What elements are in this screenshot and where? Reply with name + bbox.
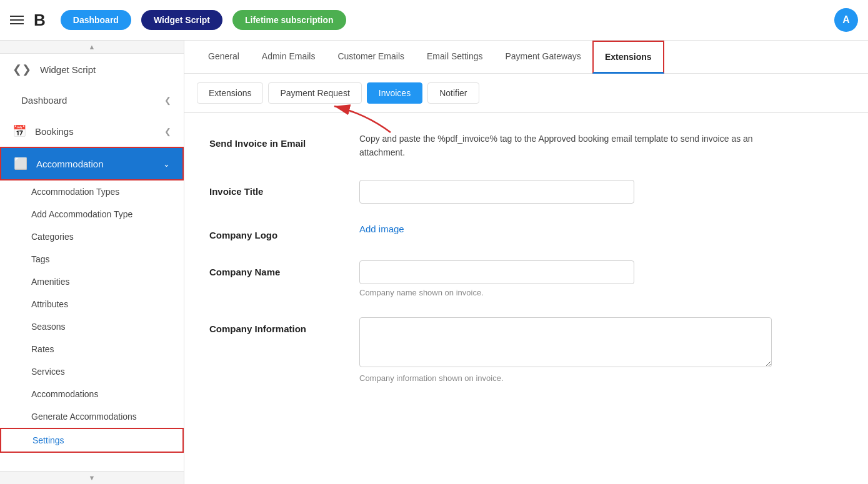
- company-name-control: Company name shown on invoice.: [359, 260, 843, 297]
- hamburger-menu[interactable]: [10, 16, 24, 24]
- sidebar-item-widget-script[interactable]: ❮❯ Widget Script: [0, 54, 184, 85]
- arrow-indicator: [328, 101, 403, 138]
- sidebar-item-accommodation[interactable]: ⬜ Accommodation ⌄: [0, 147, 184, 180]
- sidebar-item-settings[interactable]: Settings: [0, 428, 184, 453]
- navbar: B Dashboard Widget Script Lifetime subsc…: [0, 0, 868, 41]
- sub-tab-notifier[interactable]: Notifier: [427, 82, 479, 104]
- company-info-row: Company Information Company information …: [209, 317, 843, 383]
- sidebar-item-dashboard[interactable]: ⁢ Dashboard ❮: [0, 85, 184, 116]
- accommodation-chevron-icon: ⌄: [163, 159, 170, 169]
- company-name-label: Company Name: [209, 260, 334, 277]
- send-invoice-control: Copy and paste the %pdf_invoice% tag to …: [359, 132, 843, 160]
- sub-tab-invoices[interactable]: Invoices: [367, 82, 422, 104]
- bookings-chevron-icon: ❮: [164, 127, 171, 136]
- scroll-up-indicator: ▲: [0, 41, 184, 54]
- company-info-label: Company Information: [209, 317, 334, 334]
- invoice-title-row: Invoice Title: [209, 180, 843, 204]
- company-logo-control: Add image: [359, 224, 843, 235]
- tab-email-settings[interactable]: Email Settings: [416, 41, 494, 73]
- sidebar-widget-script-label: Widget Script: [40, 64, 96, 75]
- chevron-icon: ❮: [164, 96, 171, 105]
- company-info-control: Company information shown on invoice.: [359, 317, 843, 383]
- send-invoice-row: Send Invoice in Email Copy and paste the…: [209, 132, 843, 160]
- company-name-row: Company Name Company name shown on invoi…: [209, 260, 843, 297]
- sidebar-sub-add-accommodation-type[interactable]: Add Accommodation Type: [0, 203, 184, 225]
- send-invoice-description: Copy and paste the %pdf_invoice% tag to …: [359, 132, 772, 160]
- code-icon: ❮❯: [12, 62, 31, 76]
- accommodation-icon: ⬜: [14, 157, 27, 170]
- sidebar-sub-tags[interactable]: Tags: [0, 248, 184, 270]
- sidebar-sub-attributes[interactable]: Attributes: [0, 293, 184, 315]
- content-area: General Admin Emails Customer Emails Ema…: [184, 41, 868, 484]
- sub-tab-payment-request[interactable]: Payment Request: [268, 82, 361, 104]
- main-layout: ▲ ❮❯ Widget Script ⁢ Dashboard ❮ 📅 Booki…: [0, 41, 868, 484]
- main-tabs: General Admin Emails Customer Emails Ema…: [184, 41, 868, 74]
- sidebar-sub-categories[interactable]: Categories: [0, 225, 184, 248]
- sub-tab-extensions[interactable]: Extensions: [197, 82, 263, 104]
- avatar[interactable]: A: [834, 8, 858, 32]
- company-name-input[interactable]: [359, 260, 634, 284]
- sidebar-sub-services[interactable]: Services: [0, 360, 184, 383]
- tab-extensions[interactable]: Extensions: [592, 41, 664, 74]
- company-logo-row: Company Logo Add image: [209, 224, 843, 240]
- widget-script-button[interactable]: Widget Script: [141, 10, 222, 30]
- sidebar-sub-accommodations[interactable]: Accommodations: [0, 383, 184, 405]
- scroll-down-indicator: ▼: [0, 471, 184, 484]
- company-name-hint: Company name shown on invoice.: [359, 288, 843, 297]
- tab-admin-emails[interactable]: Admin Emails: [251, 41, 327, 73]
- settings-label: Settings: [32, 435, 64, 445]
- sidebar-item-bookings[interactable]: 📅 Bookings ❮: [0, 116, 184, 147]
- sidebar-sub-amenities[interactable]: Amenities: [0, 270, 184, 293]
- invoice-title-control: [359, 180, 843, 204]
- sidebar-accommodation-label: Accommodation: [36, 159, 104, 169]
- calendar-icon: 📅: [12, 124, 26, 138]
- dashboard-button[interactable]: Dashboard: [61, 10, 131, 30]
- tab-payment-gateways[interactable]: Payment Gateways: [494, 41, 592, 73]
- sub-tabs: Extensions Payment Request Invoices Noti…: [184, 74, 868, 113]
- company-info-hint: Company information shown on invoice.: [359, 373, 843, 383]
- sidebar-bookings-label: Bookings: [35, 126, 74, 137]
- company-info-textarea[interactable]: [359, 317, 772, 367]
- sidebar-dashboard-label: Dashboard: [21, 95, 67, 106]
- send-invoice-label: Send Invoice in Email: [209, 132, 334, 149]
- brand-logo: B: [34, 11, 46, 30]
- sidebar: ▲ ❮❯ Widget Script ⁢ Dashboard ❮ 📅 Booki…: [0, 41, 184, 484]
- sidebar-sub-generate-accommodations[interactable]: Generate Accommodations: [0, 405, 184, 428]
- company-logo-label: Company Logo: [209, 224, 334, 240]
- tab-customer-emails[interactable]: Customer Emails: [326, 41, 416, 73]
- sidebar-sub-rates[interactable]: Rates: [0, 338, 184, 360]
- lifetime-button[interactable]: Lifetime subscription: [232, 10, 346, 30]
- invoice-title-input[interactable]: [359, 180, 634, 204]
- invoice-title-label: Invoice Title: [209, 180, 334, 197]
- sidebar-sub-seasons[interactable]: Seasons: [0, 315, 184, 338]
- sidebar-sub-accommodation-types[interactable]: Accommodation Types: [0, 180, 184, 203]
- form-area: Send Invoice in Email Copy and paste the…: [184, 113, 868, 484]
- tab-general[interactable]: General: [197, 41, 251, 73]
- add-image-link[interactable]: Add image: [359, 224, 404, 234]
